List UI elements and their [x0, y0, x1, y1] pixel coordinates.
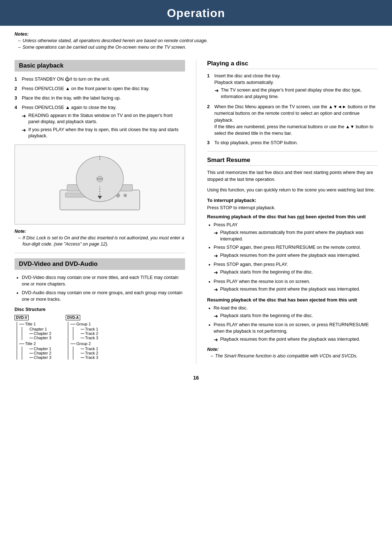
ne-bullet-2: Press STOP again, then press RETURN/RESU… [214, 244, 378, 259]
sr-note-item: The Smart Resume function is also compat… [211, 353, 378, 360]
e-bullet-2: Press PLAY when the resume icon is on sc… [214, 321, 378, 343]
arrow-icon: ➜ [215, 87, 220, 100]
step-4-arrow-1: ➜ READING appears in the Status window o… [22, 113, 185, 125]
arrow-icon-1: ➜ [22, 113, 27, 125]
ne-bullet-4-arrow: ➜ Playback resumes from the point where … [214, 286, 378, 293]
dvd-a-tag: DVD-A [66, 315, 80, 320]
step-1-text: Press STANDBY ON ⏻/I to turn on the unit… [22, 76, 185, 82]
playing-disc-heading: Playing a disc [207, 60, 378, 69]
ne-bullet-2-arrow: ➜ Playback resumes from the point where … [214, 252, 378, 260]
dvd-v-title2: Title 2 [25, 341, 36, 346]
ne-bullet-3-arrow: ➜ Playback starts from the beginning of … [214, 269, 378, 276]
svg-text:DISC: DISC [96, 177, 103, 181]
page-number: 16 [0, 375, 392, 384]
disc-player-svg: DISC [49, 150, 151, 219]
play-step-1-arrow: ➜ The TV screen and the player's front p… [215, 87, 378, 100]
play-step-2-text: When the Disc Menu appears on the TV scr… [215, 104, 376, 122]
basic-playback-note: Note: If Disc Lock is set to On and the … [15, 229, 185, 248]
interrupt-title: To interrupt playback: [207, 198, 378, 203]
e-bullet-1-text: Re-load the disc. [214, 305, 248, 311]
ne-bullet-3-text: Press STOP again, then press PLAY. [214, 262, 288, 267]
step-4-num: 4 [15, 104, 20, 140]
page-header: Operation [0, 0, 392, 26]
top-notes: Notes: Unless otherwise stated, all oper… [15, 32, 377, 50]
basic-playback-steps: 1 Press STANDBY ON ⏻/I to turn on the un… [15, 76, 185, 140]
left-column: Basic playback 1 Press STANDBY ON ⏻/I to… [15, 60, 196, 364]
ne-arrow-icon-3: ➜ [214, 269, 219, 276]
right-column: Playing a disc 1 Insert the disc and clo… [196, 60, 378, 364]
ne-bullet-1-arrow: ➜ Playback resumes automatically from th… [214, 230, 378, 242]
ne-arrow-icon-1: ➜ [214, 230, 219, 242]
e-arrow-icon-2: ➜ [214, 336, 219, 344]
ne-bullet-4-arrow-text: Playback resumes from the point where th… [220, 286, 360, 293]
play-step-2: 2 When the Disc Menu appears on the TV s… [207, 104, 378, 137]
smart-resume-note: Note: The Smart Resume function is also … [207, 347, 378, 360]
play-step-2-num: 2 [207, 104, 212, 137]
dvd-a-group2: Group 2 [76, 341, 91, 346]
ejected-bullets: Re-load the disc. ➜ Playback starts from… [207, 305, 378, 344]
play-step-3-num: 3 [207, 139, 212, 146]
dvd-v-ch1-1: Chapter 1 [29, 327, 51, 331]
step-4-text: Press OPEN/CLOSE ▲ again to close the tr… [22, 105, 117, 110]
step-2-num: 2 [15, 85, 20, 92]
ne-bullet-3: Press STOP again, then press PLAY. ➜ Pla… [214, 261, 378, 276]
disc-diagram: DVD-V Title 1 Chapter 1 Chapter 2 Chapt [15, 315, 185, 360]
step-4-arrow-1-text: READING appears in the Status window on … [28, 113, 185, 125]
play-step-1-subtext: Playback starts automatically. [215, 80, 274, 85]
step-3-num: 3 [15, 95, 20, 101]
play-step-3: 3 To stop playback, press the STOP butto… [207, 139, 378, 146]
basic-playback-heading: Basic playback [15, 60, 185, 72]
play-step-1-content: Insert the disc and close the tray. Play… [215, 73, 378, 101]
page: Operation Notes: Unless otherwise stated… [0, 0, 392, 555]
interrupt-text: Press STOP to interrupt playback. [207, 205, 378, 210]
page-title: Operation [7, 7, 385, 20]
ne-bullet-3-arrow-text: Playback starts from the beginning of th… [220, 269, 313, 276]
play-step-2-content: When the Disc Menu appears on the TV scr… [215, 104, 378, 137]
play-step-1-arrow-text: The TV screen and the player's front pan… [221, 87, 378, 100]
play-step-1: 1 Insert the disc and close the tray. Pl… [207, 73, 378, 101]
dvd-v-tag: DVD-V [15, 315, 29, 320]
dvd-section-heading: DVD-Video and DVD-Audio [15, 258, 185, 270]
playing-disc-steps: 1 Insert the disc and close the tray. Pl… [207, 73, 378, 146]
e-bullet-1-arrow-text: Playback starts from the beginning of th… [220, 313, 313, 320]
not-ejected-title: Resuming playback of the disc that has n… [207, 214, 378, 219]
e-arrow-icon-1: ➜ [214, 313, 219, 320]
dvd-v-ch1-3: Chapter 3 [29, 336, 51, 340]
dvd-bullet-1: DVD-Video discs may contain one or more … [22, 274, 185, 287]
svg-point-4 [124, 194, 127, 197]
dvd-bullets: DVD-Video discs may contain one or more … [15, 274, 185, 303]
dvd-v-ch1-2: Chapter 2 [29, 331, 51, 336]
ne-arrow-icon-2: ➜ [214, 252, 219, 260]
dvd-a-group1: Group 1 [76, 322, 91, 326]
notes-label: Notes: [15, 32, 377, 37]
step-2: 2 Press OPEN/CLOSE ▲ on the front panel … [15, 85, 185, 92]
not-ejected-bullets: Press PLAY ➜ Playback resumes automatica… [207, 222, 378, 293]
step-4: 4 Press OPEN/CLOSE ▲ again to close the … [15, 104, 185, 140]
step-3: 3 Place the disc in the tray, with the l… [15, 95, 185, 101]
content-area: Basic playback 1 Press STANDBY ON ⏻/I to… [0, 60, 392, 364]
ne-bullet-1-text: Press PLAY [214, 222, 238, 227]
step-4-arrow-2-text: If you press PLAY when the tray is open,… [28, 127, 185, 139]
dvd-bullet-2: DVD-Audio discs may contain one or more … [22, 289, 185, 303]
step-2-text: Press OPEN/CLOSE ▲ on the front panel to… [22, 85, 185, 92]
note-label: Note: [15, 229, 185, 234]
note-item: If Disc Lock is set to On and the disc i… [18, 235, 185, 248]
ejected-title: Resuming playback of the disc that has b… [207, 297, 378, 303]
step-4-arrow-2: ➜ If you press PLAY when the tray is ope… [22, 127, 185, 139]
ne-bullet-4-text: Press PLAY when the resume icon is on sc… [214, 279, 310, 284]
e-bullet-2-arrow-text: Playback resumes from the point where th… [220, 336, 360, 344]
dvd-audio-tree: DVD-A Group 1 Track 1 Track 2 Track 3 [66, 315, 98, 360]
disc-player-image: DISC [15, 145, 185, 224]
e-bullet-2-text: Press PLAY when the resume icon is on sc… [214, 322, 369, 334]
step-1: 1 Press STANDBY ON ⏻/I to turn on the un… [15, 76, 185, 82]
ne-bullet-4: Press PLAY when the resume icon is on sc… [214, 278, 378, 293]
dvd-video-tree: DVD-V Title 1 Chapter 1 Chapter 2 Chapt [15, 315, 51, 360]
play-step-1-text: Insert the disc and close the tray. [215, 73, 281, 78]
e-bullet-2-arrow: ➜ Playback resumes from the point where … [214, 336, 378, 344]
ne-bullet-2-arrow-text: Playback resumes from the point where th… [220, 252, 360, 260]
play-step-1-num: 1 [207, 73, 212, 101]
note-item-1: Unless otherwise stated, all operations … [18, 38, 377, 43]
step-3-text: Place the disc in the tray, with the lab… [22, 95, 185, 101]
ne-arrow-icon-4: ➜ [214, 286, 219, 293]
arrow-icon-2: ➜ [22, 127, 27, 139]
